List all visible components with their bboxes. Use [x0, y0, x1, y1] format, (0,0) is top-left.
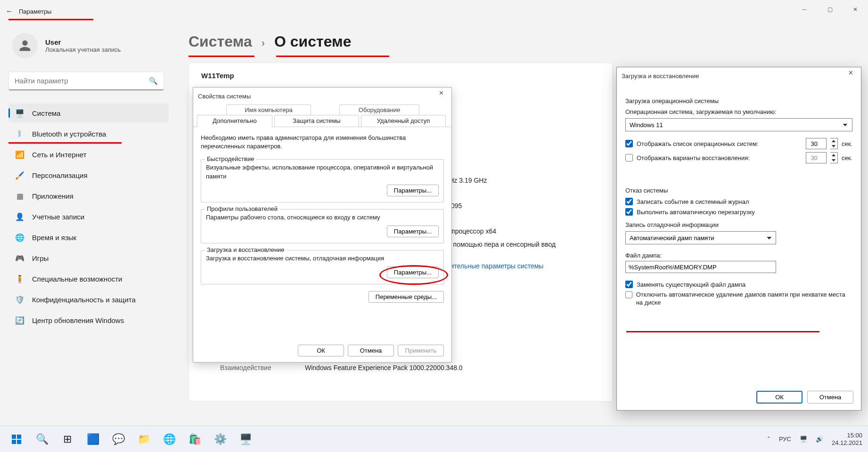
tray-chevron-icon[interactable]: ˄	[767, 436, 770, 443]
startup-desc: Загрузка и восстановление системы, отлад…	[206, 254, 439, 263]
nav-apps[interactable]: ▦Приложения	[8, 186, 169, 205]
experience-value: Windows Feature Experience Pack 1000.220…	[305, 364, 600, 371]
profiles-settings-button[interactable]: Параметры...	[387, 226, 439, 237]
start-button[interactable]	[6, 428, 27, 450]
dialog-footer: ОК Отмена	[756, 391, 853, 404]
search-box[interactable]: 🔍	[8, 72, 164, 90]
admin-note: Необходимо иметь права администратора дл…	[201, 134, 444, 151]
cancel-button[interactable]: Отмена	[348, 345, 394, 356]
show-os-list-checkbox[interactable]	[625, 140, 633, 147]
ok-button[interactable]: ОК	[298, 345, 344, 356]
spinner-icon[interactable]	[830, 138, 838, 149]
apply-button[interactable]: Применить	[398, 345, 444, 356]
tab-computer-name[interactable]: Имя компьютера	[226, 105, 311, 115]
nav-personalization[interactable]: 🖌️Персонализация	[8, 166, 169, 185]
nav-accessibility[interactable]: 🧍Специальные возможности	[8, 269, 169, 288]
gaming-icon: 🎮	[15, 253, 25, 263]
nav-bluetooth[interactable]: ᛒBluetooth и устройства	[8, 124, 169, 143]
app-icon[interactable]: 🖥️	[235, 428, 256, 450]
nav-network[interactable]: 📶Сеть и Интернет	[8, 145, 169, 164]
disable-auto-delete-checkbox[interactable]	[625, 291, 632, 299]
nav-time-label: Время и язык	[32, 234, 76, 242]
search-icon[interactable]: 🔍	[31, 428, 53, 450]
default-os-label: Операционная система, загружаемая по умо…	[625, 108, 852, 115]
time-icon: 🌐	[15, 233, 25, 242]
apps-icon: ▦	[15, 191, 25, 201]
explorer-icon[interactable]: 📁	[133, 428, 155, 450]
nav-accounts[interactable]: 👤Учетные записи	[8, 207, 169, 226]
tab-row: Имя компьютера Оборудование Дополнительн…	[193, 105, 451, 127]
auto-restart-checkbox[interactable]	[625, 208, 633, 216]
auto-restart-label: Выполнить автоматическую перезагрузку	[637, 209, 755, 216]
clock-time: 15:00	[832, 432, 862, 439]
maximize-button[interactable]: ▢	[817, 0, 843, 19]
taskbar-icons: 🔍 ⊞ 🟦 💬 📁 🌐 🛍️ ⚙️ 🖥️	[6, 428, 256, 450]
svg-rect-1	[17, 435, 21, 439]
system-icon: 🖥️	[15, 108, 25, 118]
close-icon[interactable]: ✕	[434, 89, 448, 101]
cancel-button[interactable]: Отмена	[807, 391, 853, 404]
nav-gaming[interactable]: 🎮Игры	[8, 249, 169, 267]
dialog-title: Свойства системы	[198, 93, 251, 100]
show-recovery-checkbox[interactable]	[625, 154, 633, 161]
ok-button[interactable]: ОК	[756, 391, 802, 404]
tab-protection[interactable]: Защита системы	[274, 115, 359, 127]
nav-system-label: Система	[32, 109, 60, 117]
language-indicator[interactable]: РУС	[779, 436, 791, 443]
write-event-label: Записать событие в системный журнал	[637, 198, 749, 205]
svg-rect-2	[12, 440, 16, 444]
accounts-icon: 👤	[15, 212, 25, 221]
recovery-seconds-input	[806, 152, 827, 163]
bluetooth-icon: ᛒ	[15, 129, 25, 138]
volume-icon[interactable]: 🔊	[816, 436, 823, 443]
nav-system[interactable]: 🖥️Система	[8, 104, 169, 122]
close-button[interactable]: ✕	[843, 0, 868, 19]
nav-privacy[interactable]: 🛡️Конфиденциальность и защита	[8, 290, 169, 309]
settings-icon[interactable]: ⚙️	[209, 428, 231, 450]
chevron-right-icon: ›	[262, 37, 265, 49]
tab-advanced[interactable]: Дополнительно	[197, 115, 272, 127]
sidebar: User Локальная учетная запись 🔍 🖥️Систем…	[8, 33, 169, 331]
back-button[interactable]: ←	[0, 7, 19, 16]
dump-file-input[interactable]	[625, 261, 776, 273]
store-icon[interactable]: 🛍️	[184, 428, 205, 450]
env-vars-button[interactable]: Переменные среды...	[368, 291, 444, 303]
nav-update-label: Центр обновления Windows	[32, 316, 124, 324]
spinner-icon[interactable]	[830, 152, 838, 163]
nav-accounts-label: Учетные записи	[32, 213, 84, 221]
task-view-icon[interactable]: ⊞	[57, 428, 78, 450]
debug-type-select[interactable]: Автоматический дамп памяти	[625, 231, 776, 244]
taskbar: 🔍 ⊞ 🟦 💬 📁 🌐 🛍️ ⚙️ 🖥️ ˄ РУС 🖥️ 🔊 15:00 24…	[0, 426, 868, 452]
dialog-footer: ОК Отмена Применить	[298, 345, 444, 356]
debug-info-header: Запись отладочной информации	[625, 221, 852, 228]
nav-update[interactable]: 🔄Центр обновления Windows	[8, 311, 169, 330]
seconds-unit: сек.	[842, 154, 852, 161]
close-icon[interactable]: ✕	[844, 69, 857, 81]
nav-time[interactable]: 🌐Время и язык	[8, 228, 169, 247]
breadcrumb: Система › О системе	[188, 33, 859, 50]
search-icon: 🔍	[149, 77, 158, 85]
performance-group: Быстродействие Визуальные эффекты, испол…	[201, 159, 444, 202]
network-icon[interactable]: 🖥️	[800, 436, 807, 443]
os-list-seconds-input[interactable]	[806, 138, 827, 149]
experience-label: Взаимодействие	[201, 364, 305, 371]
startup-settings-button[interactable]: Параметры...	[387, 266, 439, 278]
overwrite-label: Заменять существующий файл дампа	[637, 281, 745, 288]
tab-hardware[interactable]: Оборудование	[339, 105, 419, 115]
clock[interactable]: 15:00 24.12.2021	[832, 432, 862, 446]
edge-icon[interactable]: 🌐	[158, 428, 180, 450]
nav-apps-label: Приложения	[32, 192, 74, 200]
privacy-icon: 🛡️	[15, 295, 25, 304]
overwrite-checkbox[interactable]	[625, 281, 633, 288]
minimize-button[interactable]: ─	[792, 0, 817, 19]
annotation-underline	[8, 142, 122, 144]
tab-remote[interactable]: Удаленный доступ	[361, 115, 446, 127]
performance-settings-button[interactable]: Параметры...	[387, 185, 439, 196]
search-input[interactable]	[15, 77, 149, 85]
chat-icon[interactable]: 💬	[107, 428, 129, 450]
write-event-checkbox[interactable]	[625, 198, 633, 205]
default-os-select[interactable]: Windows 11	[625, 118, 852, 131]
widgets-icon[interactable]: 🟦	[82, 428, 104, 450]
breadcrumb-system[interactable]: Система	[188, 33, 252, 50]
user-row[interactable]: User Локальная учетная запись	[12, 33, 169, 58]
